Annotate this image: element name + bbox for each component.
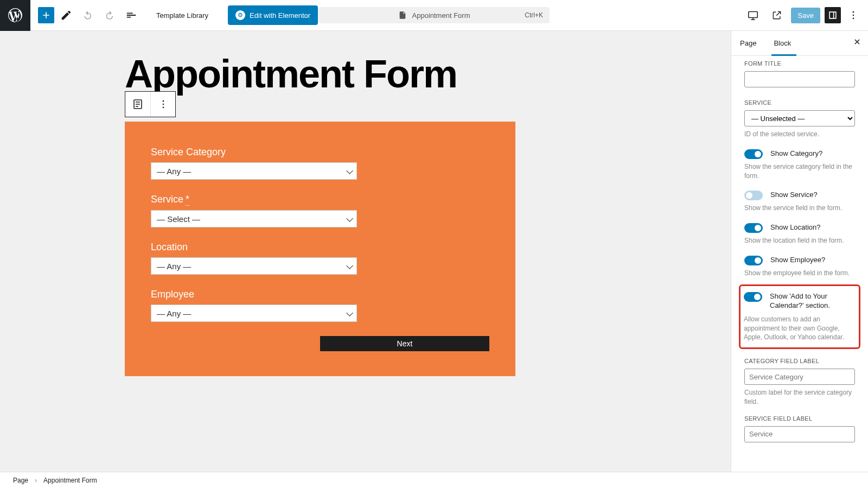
wordpress-icon: [8, 8, 22, 22]
service-select[interactable]: — Unselected —: [744, 110, 855, 126]
svg-point-6: [162, 104, 164, 105]
breadcrumb-root[interactable]: Page: [13, 477, 28, 484]
sidebar-tabs: Page Block: [731, 31, 868, 56]
pencil-icon: [60, 9, 72, 21]
service-section-label: SERVICE: [744, 99, 855, 106]
form-title-label: FORM TITLE: [744, 60, 855, 67]
elementor-button-label: Edit with Elementor: [250, 11, 310, 20]
field-select-category[interactable]: [151, 162, 357, 180]
save-button[interactable]: Save: [791, 8, 820, 23]
service-field-label-heading: SERVICE FIELD LABEL: [744, 415, 855, 422]
undo-button[interactable]: [78, 5, 98, 25]
category-field-label-heading: CATEGORY FIELD LABEL: [744, 358, 855, 364]
service-field-label-input[interactable]: [744, 426, 855, 442]
external-link-icon: [771, 10, 782, 21]
breadcrumb-current[interactable]: Appointment Form: [43, 477, 97, 484]
toolbar-left: Template Library ⵙ Edit with Elementor: [30, 5, 318, 25]
list-icon: [125, 9, 137, 21]
tab-page[interactable]: Page: [731, 31, 765, 55]
toggle-switch-service[interactable]: [744, 191, 763, 200]
view-button[interactable]: [743, 5, 763, 25]
appointment-form-block[interactable]: Service Category Service * Location Empl…: [125, 122, 515, 376]
toggle-switch-location[interactable]: [744, 223, 763, 233]
block-more-button[interactable]: [150, 92, 175, 117]
sidebar-close-button[interactable]: [853, 37, 861, 49]
more-options-button[interactable]: [845, 7, 861, 23]
kebab-icon: [848, 10, 859, 21]
category-field-help: Custom label for the service category fi…: [744, 388, 855, 407]
tab-block[interactable]: Block: [765, 31, 800, 55]
chevron-right-icon: ›: [35, 477, 37, 484]
search-title: Appointment Form: [412, 11, 470, 20]
document-overview-button[interactable]: [122, 5, 141, 25]
document-search[interactable]: Appointment Form Ctrl+K: [318, 7, 550, 23]
settings-sidebar: Page Block FORM TITLE SERVICE — Unselect…: [731, 31, 868, 472]
edit-with-elementor-button[interactable]: ⵙ Edit with Elementor: [228, 5, 318, 25]
field-label-location: Location: [151, 242, 489, 253]
redo-icon: [104, 9, 116, 21]
highlighted-add-to-calendar: Show 'Add to Your Calendar?' section. Al…: [739, 284, 860, 349]
top-toolbar: Template Library ⵙ Edit with Elementor A…: [0, 0, 868, 31]
form-block-icon: [131, 98, 144, 111]
toggle-switch-add-to-calendar[interactable]: [744, 292, 762, 302]
required-star-icon: *: [186, 194, 189, 206]
sidebar-layout-icon: [827, 10, 838, 21]
document-icon: [398, 11, 407, 20]
toggle-show-category: Show Category?: [744, 149, 855, 159]
plus-icon: [41, 10, 52, 21]
toggle-add-to-calendar: Show 'Add to Your Calendar?' section.: [744, 291, 856, 310]
svg-point-5: [162, 100, 164, 102]
field-select-employee[interactable]: [151, 305, 357, 322]
sidebar-body: FORM TITLE SERVICE — Unselected — ID of …: [731, 56, 868, 453]
next-button[interactable]: Next: [320, 336, 489, 351]
settings-panel-toggle[interactable]: [825, 7, 841, 23]
toggle-show-service: Show Service?: [744, 190, 855, 200]
editor-canvas[interactable]: Appointment Form Service Category Servic…: [0, 31, 731, 472]
main-area: Appointment Form Service Category Servic…: [0, 31, 868, 472]
svg-point-1: [853, 11, 854, 13]
field-select-location[interactable]: [151, 257, 357, 275]
service-help: ID of the selected service.: [744, 130, 855, 139]
block-toolbar: [125, 91, 176, 117]
svg-point-2: [853, 15, 854, 16]
redo-button[interactable]: [100, 5, 119, 25]
svg-point-3: [853, 18, 854, 20]
form-title-input[interactable]: [744, 71, 855, 87]
field-select-service[interactable]: [151, 210, 357, 227]
field-label-employee: Employee: [151, 289, 489, 300]
svg-rect-0: [749, 12, 758, 18]
toggle-switch-employee[interactable]: [744, 256, 763, 265]
undo-icon: [82, 9, 94, 21]
field-label-category: Service Category: [151, 147, 489, 158]
search-shortcut: Ctrl+K: [525, 11, 543, 19]
elementor-badge-icon: ⵙ: [235, 10, 245, 20]
category-field-label-input[interactable]: [744, 369, 855, 385]
close-icon: [853, 37, 861, 46]
svg-point-7: [162, 107, 164, 109]
add-block-button[interactable]: [38, 7, 54, 23]
desktop-icon: [747, 9, 759, 21]
breadcrumb: Page › Appointment Form: [0, 472, 868, 488]
external-link-button[interactable]: [767, 5, 787, 25]
edit-tool[interactable]: [56, 5, 76, 25]
field-label-service: Service *: [151, 194, 489, 206]
toolbar-right: Save: [743, 5, 868, 25]
wp-logo[interactable]: [0, 0, 30, 31]
page-title[interactable]: Appointment Form: [125, 53, 731, 96]
toggle-show-employee: Show Employee?: [744, 255, 855, 265]
block-type-button[interactable]: [125, 92, 150, 117]
template-library-link[interactable]: Template Library: [156, 11, 208, 20]
toggle-switch-category[interactable]: [744, 149, 763, 159]
toggle-show-location: Show Location?: [744, 223, 855, 233]
kebab-icon: [158, 99, 169, 110]
